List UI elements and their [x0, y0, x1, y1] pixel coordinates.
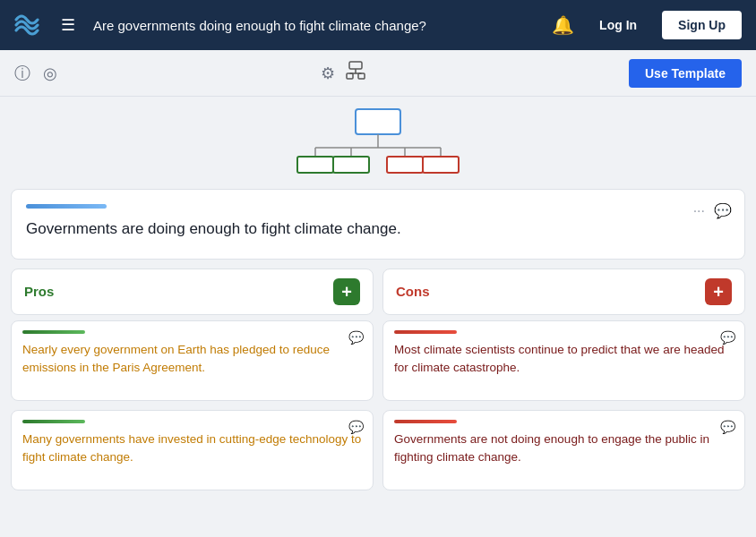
svg-rect-14	[387, 157, 423, 173]
claim-comment-icon[interactable]: 💬	[714, 202, 732, 219]
argument-row-1: 💬 Nearly every government on Earth has p…	[11, 320, 745, 401]
svg-rect-2	[358, 73, 365, 79]
toolbar-center: ⚙	[72, 61, 614, 85]
cons-label: Cons	[396, 284, 430, 299]
pro-arg2-comment-icon[interactable]: 💬	[348, 420, 364, 434]
toolbar-left: ⓘ ◎	[14, 63, 57, 84]
con-arg1-progress	[394, 330, 457, 334]
pro-arg1-comment-icon[interactable]: 💬	[348, 330, 364, 345]
tree-diagram	[288, 107, 468, 175]
claim-actions: ··· 💬	[693, 202, 732, 219]
pros-cons-header: Pros + Cons +	[11, 268, 745, 315]
signup-button[interactable]: Sign Up	[662, 11, 742, 39]
con-argument-1: 💬 Most climate scientists continue to pr…	[382, 320, 745, 401]
page-title: Are governments doing enough to fight cl…	[93, 18, 541, 33]
svg-rect-13	[333, 157, 369, 173]
toolbar-right: Use Template	[629, 59, 742, 88]
svg-rect-15	[423, 157, 459, 173]
pro-argument-1: 💬 Nearly every government on Earth has p…	[11, 320, 374, 401]
con-arg1-comment-icon[interactable]: 💬	[720, 330, 735, 345]
toolbar: ⓘ ◎ ⚙ Use Template	[0, 50, 756, 97]
notification-bell-icon[interactable]: 🔔	[552, 14, 574, 36]
login-button[interactable]: Log In	[588, 13, 648, 38]
info-icon[interactable]: ⓘ	[14, 63, 30, 84]
con-arg1-text: Most climate scientists continue to pred…	[394, 341, 734, 379]
cons-column-header: Cons +	[382, 268, 745, 315]
eye-icon[interactable]: ◎	[43, 64, 57, 83]
logo	[14, 11, 43, 39]
hamburger-button[interactable]: ☰	[54, 12, 82, 38]
settings-icon[interactable]: ⚙	[321, 64, 335, 83]
pro-arg2-progress	[22, 420, 85, 423]
claim-more-icon[interactable]: ···	[693, 203, 705, 219]
main-content: ··· 💬 Governments are doing enough to fi…	[0, 189, 756, 505]
claim-card: ··· 💬 Governments are doing enough to fi…	[11, 189, 745, 260]
diagram-icon[interactable]	[346, 61, 365, 85]
svg-rect-0	[349, 62, 362, 69]
con-arg2-text: Governments are not doing enough to enga…	[394, 430, 734, 468]
svg-rect-5	[356, 109, 400, 134]
logo-icon	[14, 11, 43, 39]
argument-row-2: 💬 Many governments have invested in cutt…	[11, 410, 745, 490]
add-pro-button[interactable]: +	[333, 278, 360, 305]
navbar: ☰ Are governments doing enough to fight …	[0, 0, 756, 50]
pro-arg2-text: Many governments have invested in cuttin…	[22, 430, 362, 468]
use-template-button[interactable]: Use Template	[629, 59, 742, 88]
pro-arg1-text: Nearly every government on Earth has ple…	[22, 341, 362, 379]
tree-diagram-area	[0, 97, 756, 189]
add-con-button[interactable]: +	[705, 278, 732, 305]
pro-argument-2: 💬 Many governments have invested in cutt…	[11, 410, 374, 490]
claim-text: Governments are doing enough to fight cl…	[26, 217, 730, 241]
pros-label: Pros	[24, 284, 54, 299]
svg-rect-12	[297, 157, 333, 173]
con-argument-2: 💬 Governments are not doing enough to en…	[382, 410, 745, 490]
tree-icon	[346, 61, 365, 81]
con-arg2-comment-icon[interactable]: 💬	[720, 420, 735, 434]
navbar-right: 🔔 Log In Sign Up	[552, 11, 742, 39]
claim-progress-bar	[26, 204, 107, 209]
svg-rect-1	[347, 73, 353, 79]
pro-arg1-progress	[22, 330, 85, 334]
argument-rows: 💬 Nearly every government on Earth has p…	[11, 320, 745, 490]
pros-column-header: Pros +	[11, 268, 374, 315]
con-arg2-progress	[394, 420, 457, 423]
